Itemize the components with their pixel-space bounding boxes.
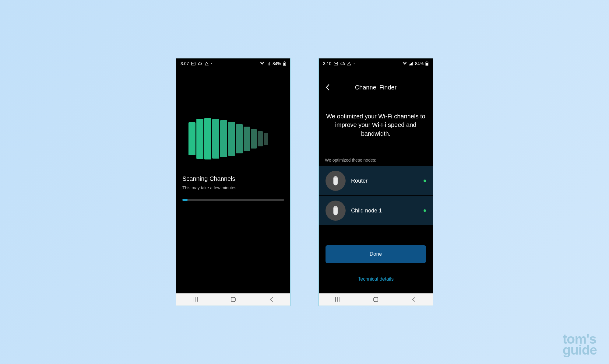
battery-pct: 84% <box>273 61 281 66</box>
logo-line2: guide <box>563 345 597 355</box>
gmail-icon <box>191 62 195 65</box>
page-header: Channel Finder <box>319 80 433 94</box>
scan-bar <box>251 129 257 149</box>
scan-bar <box>196 119 203 159</box>
toms-guide-logo: tom's guide <box>563 334 597 355</box>
progress-fill <box>182 199 188 201</box>
result-subheading: We optimized these nodes: <box>325 158 427 163</box>
scan-bar <box>264 133 268 145</box>
status-time: 3:07 <box>181 61 189 66</box>
technical-details-link[interactable]: Technical details <box>319 276 433 282</box>
scan-bar <box>212 119 219 159</box>
status-time: 3:10 <box>323 61 331 66</box>
android-nav-bar <box>319 293 433 306</box>
cloud-icon <box>340 62 345 65</box>
scanning-title: Scanning Channels <box>182 175 284 182</box>
drive-icon <box>205 62 209 65</box>
svg-point-12 <box>334 206 337 208</box>
svg-rect-1 <box>284 61 285 62</box>
scanning-subtitle: This may take a few minutes. <box>182 185 284 190</box>
scan-bar <box>228 122 235 156</box>
phone-screenshot-results: 3:10 • 84% <box>318 58 433 306</box>
svg-rect-6 <box>426 63 428 65</box>
back-button[interactable] <box>323 83 332 92</box>
result-headline: We optimized your Wi-Fi channels to impr… <box>325 112 427 138</box>
status-dot-icon <box>424 209 426 212</box>
scan-bar <box>244 127 250 151</box>
signal-icon <box>409 62 413 65</box>
scanning-bars-graphic <box>188 118 268 159</box>
status-dot-icon <box>424 180 426 182</box>
status-bar: 3:10 • 84% <box>319 58 433 69</box>
scan-bar <box>204 118 211 159</box>
progress-bar <box>182 199 284 201</box>
svg-rect-3 <box>231 297 235 302</box>
scan-bar <box>188 122 195 155</box>
node-list: RouterChild node 1 <box>319 166 433 226</box>
status-dot: • <box>354 62 355 65</box>
nav-back-button[interactable] <box>262 293 280 306</box>
wifi-icon <box>402 62 407 65</box>
cloud-icon <box>198 62 202 65</box>
scan-bar <box>258 131 263 146</box>
node-row[interactable]: Router <box>319 166 433 195</box>
done-button[interactable]: Done <box>326 245 426 263</box>
nav-home-button[interactable] <box>224 293 242 306</box>
nav-recents-button[interactable] <box>186 293 204 306</box>
router-icon <box>326 171 346 191</box>
drive-icon <box>347 62 351 65</box>
android-nav-bar <box>176 293 290 306</box>
scan-bar <box>236 124 243 153</box>
scan-bar <box>220 120 227 157</box>
node-row[interactable]: Child node 1 <box>319 196 433 225</box>
nav-recents-button[interactable] <box>329 293 347 306</box>
nav-home-button[interactable] <box>367 293 385 306</box>
node-label: Child node 1 <box>351 208 418 214</box>
svg-point-9 <box>334 177 337 178</box>
node-label: Router <box>351 178 418 184</box>
phone-screenshot-scanning: 3:07 • 84% <box>176 58 291 306</box>
gmail-icon <box>334 62 338 65</box>
svg-rect-13 <box>374 297 378 302</box>
router-icon <box>326 201 346 221</box>
page-title: Channel Finder <box>355 84 397 91</box>
signal-icon <box>266 62 271 65</box>
svg-rect-5 <box>427 61 428 62</box>
battery-icon <box>283 61 286 66</box>
status-bar: 3:07 • 84% <box>176 58 290 69</box>
battery-icon <box>425 61 428 66</box>
status-dot: • <box>211 62 212 65</box>
wifi-icon <box>260 62 265 65</box>
battery-pct: 84% <box>415 61 424 66</box>
nav-back-button[interactable] <box>405 293 423 306</box>
svg-rect-2 <box>283 63 285 65</box>
